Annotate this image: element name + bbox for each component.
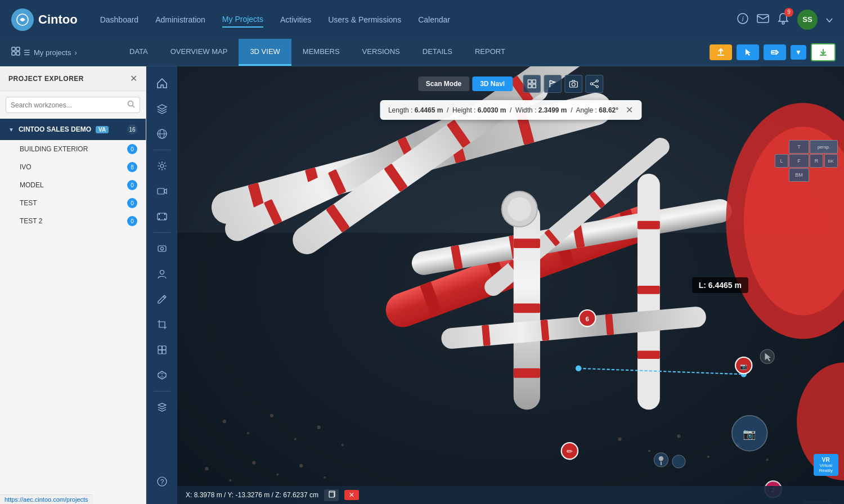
- nav-activities[interactable]: Activities: [280, 12, 311, 27]
- tab-details[interactable]: DETAILS: [411, 39, 464, 66]
- svg-rect-27: [158, 346, 162, 350]
- logo-icon: [11, 8, 34, 31]
- svg-rect-75: [410, 197, 734, 277]
- share-dropdown[interactable]: ▼: [791, 45, 806, 60]
- search-icon[interactable]: [127, 100, 135, 110]
- close-icon[interactable]: ✕: [130, 73, 137, 84]
- cube-L[interactable]: L: [775, 154, 788, 168]
- cube-BK[interactable]: BK: [824, 154, 838, 168]
- tab-report[interactable]: REPORT: [464, 39, 517, 66]
- nav-links: Dashboard Administration My Projects Act…: [100, 12, 737, 28]
- info-button[interactable]: i: [737, 13, 748, 26]
- person-toolbar-button[interactable]: [151, 263, 173, 285]
- stack-toolbar-button[interactable]: [151, 396, 173, 418]
- sub-project-test[interactable]: TEST 0: [0, 194, 146, 212]
- cube-T[interactable]: T: [789, 140, 809, 154]
- svg-rect-83: [590, 191, 605, 209]
- nav-administration[interactable]: Administration: [155, 12, 205, 27]
- project-main[interactable]: ▼ CINTOO SALES DEMO VA 16: [0, 119, 146, 140]
- tab-data[interactable]: DATA: [118, 39, 159, 66]
- nav-dashboard[interactable]: Dashboard: [100, 12, 139, 27]
- sub-project-ivo[interactable]: IVO 8: [0, 158, 146, 176]
- measurement-label-scene: L: 6.4465 m: [692, 277, 748, 293]
- sub-project-test2[interactable]: TEST 2 0: [0, 212, 146, 230]
- sub-project-model[interactable]: MODEL 0: [0, 176, 146, 194]
- upload-button[interactable]: [710, 44, 732, 60]
- 3d-viewport[interactable]: 6 ✏ 📷 ✏ 2 4: [177, 66, 844, 504]
- film-toolbar-button[interactable]: [151, 205, 173, 228]
- breadcrumb-label[interactable]: My projects: [34, 48, 71, 57]
- svg-rect-29: [158, 350, 162, 354]
- svg-rect-55: [248, 183, 267, 217]
- gear2-toolbar-button[interactable]: [151, 237, 173, 260]
- svg-point-40: [317, 426, 321, 429]
- coord-copy-button[interactable]: [324, 489, 339, 501]
- export-button[interactable]: [811, 43, 836, 61]
- tab-versions[interactable]: VERSIONS: [351, 39, 411, 66]
- globe-toolbar-button[interactable]: [151, 123, 173, 145]
- svg-rect-28: [162, 346, 166, 350]
- svg-point-118: [654, 453, 668, 467]
- tab-3d-view[interactable]: 3D VIEW: [239, 39, 291, 66]
- svg-rect-74: [619, 209, 643, 245]
- vr-button[interactable]: VR Virtual Reality: [814, 454, 838, 476]
- notifications-button[interactable]: 9: [778, 12, 789, 27]
- tab-members[interactable]: MEMBERS: [291, 39, 351, 66]
- home-toolbar-button[interactable]: [151, 72, 173, 94]
- svg-rect-7: [16, 47, 20, 51]
- cube-persp[interactable]: persp.: [810, 140, 838, 154]
- tab-overview-map[interactable]: OVERVIEW MAP: [159, 39, 239, 66]
- viewport-background: 6 ✏ 📷 ✏ 2 4: [177, 66, 844, 504]
- 3d-navi-button[interactable]: 3D Navi: [472, 76, 513, 91]
- mail-button[interactable]: [757, 14, 769, 25]
- nav-users-permissions[interactable]: Users & Permissions: [328, 12, 401, 27]
- nav-calendar[interactable]: Calendar: [418, 12, 450, 27]
- scan-mode-button[interactable]: Scan Mode: [418, 76, 469, 91]
- search-input[interactable]: [11, 101, 127, 109]
- svg-point-98: [726, 103, 844, 339]
- svg-rect-94: [541, 320, 550, 341]
- share-button[interactable]: [764, 44, 786, 60]
- puzzle-toolbar-button[interactable]: [151, 339, 173, 361]
- sub-project-name: TEST 2: [20, 217, 42, 225]
- help-toolbar-button[interactable]: ?: [151, 470, 173, 493]
- share-vp-button[interactable]: [585, 75, 603, 93]
- sub-project-building-exterior[interactable]: BUILDING EXTERIOR 0: [0, 140, 146, 158]
- layers-toolbar-button[interactable]: [151, 97, 173, 120]
- cursor-button[interactable]: [737, 44, 759, 60]
- svg-rect-91: [638, 350, 660, 359]
- settings-toolbar-button[interactable]: [151, 155, 173, 177]
- tooltip-close-button[interactable]: ✕: [626, 105, 633, 115]
- svg-rect-71: [420, 282, 443, 318]
- flag-button[interactable]: [544, 75, 562, 93]
- toolbar-divider-3: [154, 391, 170, 392]
- grid-view-button[interactable]: [523, 75, 541, 93]
- user-avatar[interactable]: SS: [797, 10, 818, 30]
- svg-rect-88: [638, 174, 660, 410]
- crop-toolbar-button[interactable]: [151, 313, 173, 336]
- user-menu-arrow[interactable]: [826, 15, 833, 25]
- svg-rect-78: [573, 223, 585, 248]
- camera-button[interactable]: [564, 75, 582, 93]
- grid-icon[interactable]: [11, 47, 20, 58]
- measurement-tooltip: Length : 6.4465 m / Height : 6.0030 m / …: [380, 100, 641, 120]
- coord-close-button[interactable]: ✕: [344, 490, 359, 500]
- sub-nav-actions: ▼: [710, 43, 844, 61]
- logo[interactable]: Cintoo: [11, 8, 78, 31]
- svg-point-124: [760, 349, 774, 363]
- video-toolbar-button[interactable]: [151, 180, 173, 202]
- cube-BM[interactable]: BM: [789, 168, 809, 182]
- svg-rect-68: [447, 119, 471, 148]
- vr-icon: VR: [822, 457, 830, 463]
- svg-point-106: [562, 443, 578, 459]
- nav-right-actions: i 9 SS: [737, 10, 833, 30]
- project-va-badge: VA: [96, 126, 109, 133]
- cube-F[interactable]: F: [789, 154, 809, 168]
- svg-rect-57: [379, 147, 397, 182]
- cube-R[interactable]: R: [810, 154, 823, 168]
- pencil-toolbar-button[interactable]: [151, 288, 173, 310]
- svg-rect-9: [16, 52, 20, 55]
- nav-my-projects[interactable]: My Projects: [222, 12, 263, 28]
- cube-toolbar-button[interactable]: [151, 364, 173, 386]
- svg-point-43: [229, 479, 231, 482]
